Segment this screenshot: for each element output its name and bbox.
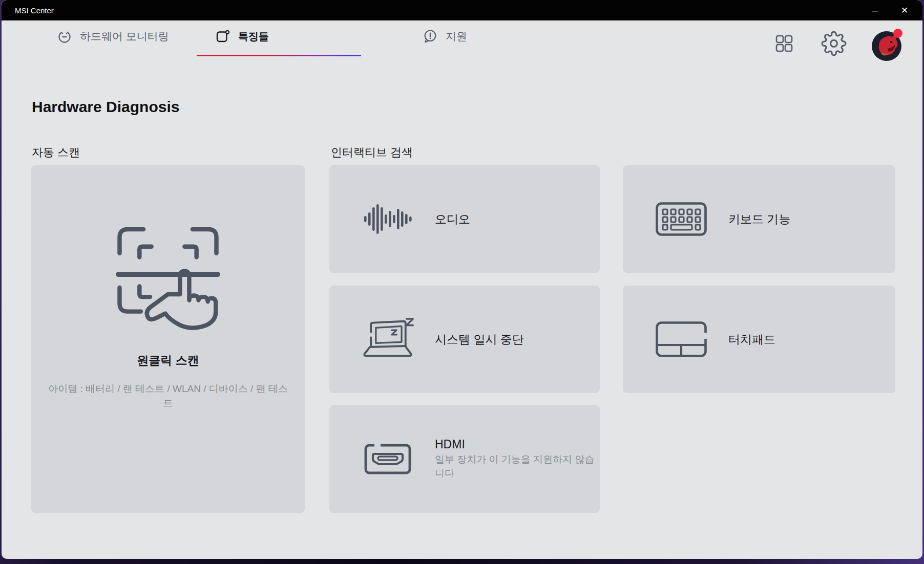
msi-center-window: MSI Center – ✕ 하드웨어 모니터링 특징들 xyxy=(2,0,922,559)
hdmi-port-icon xyxy=(364,444,411,474)
suspend-card-label: 시스템 일시 중단 xyxy=(435,332,524,348)
window-title: MSI Center xyxy=(15,6,54,15)
touchpad-card[interactable]: 터치패드 xyxy=(623,286,895,393)
titlebar: MSI Center – ✕ xyxy=(2,0,922,20)
tab-label: 지원 xyxy=(446,29,467,44)
window-controls: – ✕ xyxy=(860,0,919,20)
hdmi-card-note: 일부 장치가 이 기능을 지원하지 않습니다 xyxy=(435,453,604,480)
minimize-button[interactable]: – xyxy=(860,0,890,20)
apps-grid-button[interactable] xyxy=(774,34,794,53)
one-click-scan-icon xyxy=(105,213,231,339)
section-auto-scan-label: 자동 스캔 xyxy=(32,145,80,160)
scan-card-caption: 아이템 : 배터리 / 랜 테스트 / WLAN / 디바이스 / 팬 테스트 xyxy=(47,382,289,410)
keyboard-card[interactable]: 키보드 기능 xyxy=(623,165,895,273)
active-tab-underline xyxy=(197,55,361,56)
settings-button[interactable] xyxy=(821,31,847,56)
user-avatar[interactable] xyxy=(870,28,905,62)
tab-hardware-monitoring[interactable]: 하드웨어 모니터링 xyxy=(57,24,169,56)
tab-label: 하드웨어 모니터링 xyxy=(80,29,169,44)
hdmi-card-label: HDMI xyxy=(435,438,604,451)
suspend-icon-box xyxy=(359,317,416,362)
touchpad-icon xyxy=(656,321,707,357)
touchpad-icon-box xyxy=(653,321,710,357)
section-interactive-label: 인터랙티브 검색 xyxy=(331,145,413,160)
hdmi-text-block: HDMI 일부 장치가 이 기능을 지원하지 않습니다 xyxy=(435,438,604,480)
audio-card-label: 오디오 xyxy=(435,211,470,227)
app-features-icon xyxy=(215,29,230,44)
laptop-sleep-icon xyxy=(359,317,416,362)
scan-card-title: 원클릭 스캔 xyxy=(31,353,305,368)
hdmi-card[interactable]: HDMI 일부 장치가 이 기능을 지원하지 않습니다 xyxy=(329,405,600,513)
help-bubble-icon xyxy=(423,29,438,44)
keyboard-icon xyxy=(656,202,707,236)
keyboard-icon-box xyxy=(653,202,710,236)
audio-card[interactable]: 오디오 xyxy=(329,165,600,273)
dragon-avatar-icon xyxy=(870,28,905,62)
page-title: Hardware Diagnosis xyxy=(32,98,179,116)
gauge-icon xyxy=(57,29,72,44)
tab-support[interactable]: 지원 xyxy=(423,24,467,56)
close-button[interactable]: ✕ xyxy=(890,0,919,20)
touchpad-card-label: 터치패드 xyxy=(728,332,775,348)
system-suspend-card[interactable]: 시스템 일시 중단 xyxy=(329,286,600,393)
apps-grid-icon xyxy=(774,34,794,53)
audio-waveform-icon xyxy=(362,201,413,237)
tab-label: 특징들 xyxy=(238,29,269,44)
keyboard-card-label: 키보드 기능 xyxy=(728,211,790,227)
notification-badge xyxy=(893,29,902,38)
settings-gear-icon xyxy=(821,31,847,56)
tab-features[interactable]: 특징들 xyxy=(197,24,361,56)
desktop-background: MSI Center – ✕ 하드웨어 모니터링 특징들 xyxy=(0,0,924,564)
audio-icon-box xyxy=(359,201,416,237)
one-click-scan-card[interactable]: 원클릭 스캔 아이템 : 배터리 / 랜 테스트 / WLAN / 디바이스 /… xyxy=(31,165,305,513)
hdmi-icon-box xyxy=(359,444,416,474)
